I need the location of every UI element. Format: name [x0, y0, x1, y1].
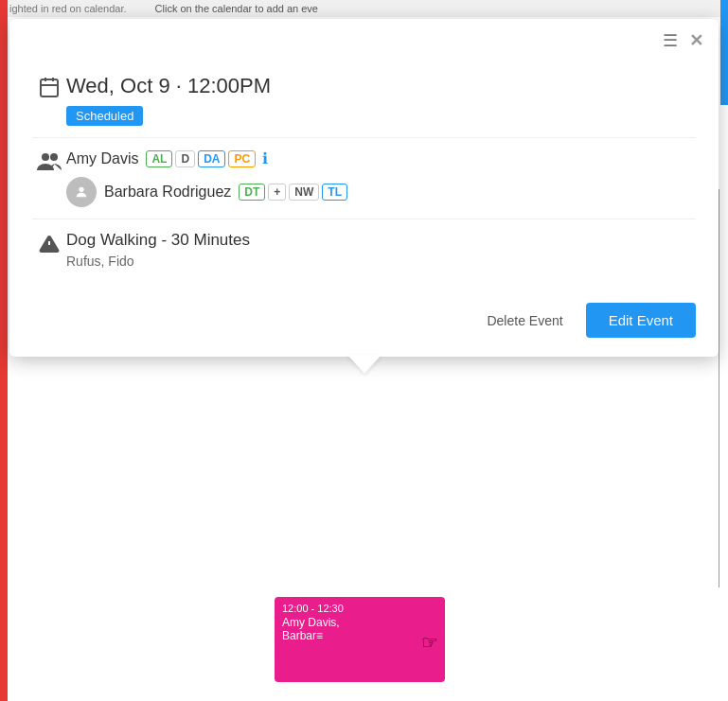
menu-icon[interactable]: ☰: [663, 30, 678, 51]
svg-point-4: [42, 153, 49, 161]
datetime-text: Wed, Oct 9 · 12:00PM: [66, 74, 696, 98]
datetime-content: Wed, Oct 9 · 12:00PM Scheduled: [66, 74, 696, 126]
service-pets: Rufus, Fido: [66, 254, 696, 269]
hint-left: ighted in red on calendar.: [9, 3, 127, 14]
tag-nw: NW: [289, 184, 319, 201]
svg-point-5: [50, 153, 58, 161]
close-icon[interactable]: ✕: [689, 30, 703, 51]
popup-footer: Delete Event Edit Event: [9, 295, 719, 357]
popup-body: Wed, Oct 9 · 12:00PM Scheduled Amy Davis: [9, 55, 719, 295]
service-name: Dog Walking - 30 Minutes: [66, 231, 696, 250]
event-overflow: Barbar≡: [282, 629, 437, 642]
tag-plus: +: [268, 184, 286, 201]
popup-header: ☰ ✕: [9, 19, 719, 55]
status-badge: Scheduled: [66, 106, 143, 126]
right-divider-line: [719, 189, 719, 587]
red-side-strip: [0, 0, 8, 701]
top-hint-bar: ighted in red on calendar. Click on the …: [0, 0, 728, 17]
event-names: Amy Davis,: [282, 616, 437, 629]
service-icon: [32, 231, 66, 255]
tag-d: D: [175, 150, 195, 167]
service-section: Dog Walking - 30 Minutes Rufus, Fido: [32, 219, 696, 280]
person-row-amy: Amy Davis AL D DA PC ℹ: [66, 149, 696, 167]
event-detail-popup: ☰ ✕ Wed, Oct 9 · 12:00PM Scheduled: [9, 19, 719, 357]
person-name-barbara: Barbara Rodriguez: [104, 184, 231, 201]
person-row-barbara: Barbara Rodriguez DT + NW TL: [66, 177, 696, 207]
tag-al: AL: [146, 150, 172, 167]
tag-pc: PC: [228, 150, 256, 167]
tag-tl: TL: [322, 184, 347, 201]
delete-event-button[interactable]: Delete Event: [475, 306, 574, 336]
staff-content: Amy Davis AL D DA PC ℹ Barbara Rodr: [66, 149, 696, 207]
event-time: 12:00 - 12:30: [282, 603, 437, 614]
blue-side-strip: [720, 0, 728, 105]
datetime-section: Wed, Oct 9 · 12:00PM Scheduled: [32, 62, 696, 138]
info-icon-amy[interactable]: ℹ: [262, 149, 268, 167]
tag-dt: DT: [239, 184, 265, 201]
service-content: Dog Walking - 30 Minutes Rufus, Fido: [66, 231, 696, 269]
edit-event-button[interactable]: Edit Event: [586, 303, 696, 338]
person-name-amy: Amy Davis: [66, 150, 138, 167]
svg-point-6: [79, 187, 83, 192]
staff-section: Amy Davis AL D DA PC ℹ Barbara Rodr: [32, 138, 696, 219]
svg-rect-0: [41, 79, 58, 96]
calendar-icon: [32, 74, 66, 98]
people-icon: [32, 149, 66, 172]
tag-da: DA: [198, 150, 225, 167]
calendar-event-block[interactable]: 12:00 - 12:30 Amy Davis, Barbar≡: [275, 597, 445, 682]
hint-right: Click on the calendar to add an eve: [155, 3, 318, 14]
avatar-barbara: [66, 177, 97, 207]
